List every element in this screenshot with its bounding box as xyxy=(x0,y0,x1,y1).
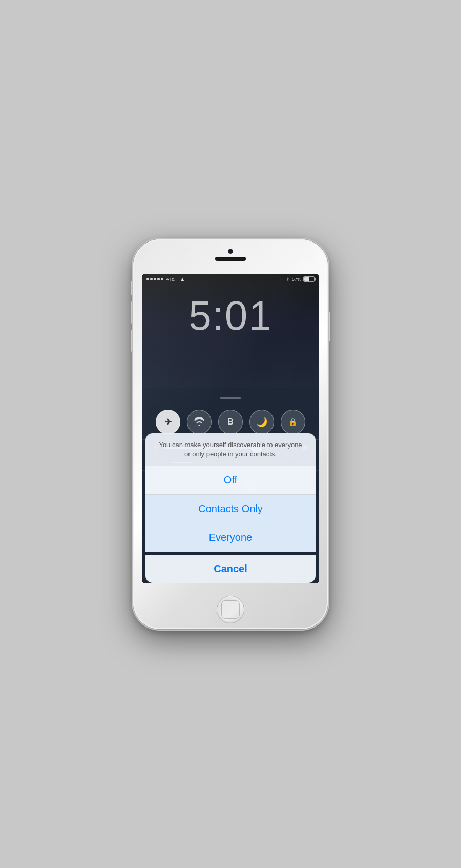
home-button-inner xyxy=(221,600,240,619)
signal-dot xyxy=(157,278,160,280)
airplane-mode-toggle[interactable]: ✈ xyxy=(156,410,180,434)
battery-indicator xyxy=(303,276,315,282)
carrier-label: AT&T xyxy=(166,277,177,282)
volume-down-button[interactable] xyxy=(131,329,133,352)
airdrop-everyone-option[interactable]: Everyone xyxy=(145,523,316,552)
wifi-status-icon: ▲ xyxy=(180,276,185,282)
phone-top xyxy=(215,249,246,261)
battery-percent-label: 57% xyxy=(292,277,301,282)
airdrop-action-sheet: You can make yourself discoverable to ev… xyxy=(142,433,319,582)
rotation-lock-toggle[interactable]: 🔒 xyxy=(281,410,305,434)
control-center-handle xyxy=(142,388,319,403)
signal-bars xyxy=(146,278,163,280)
action-sheet-message: You can make yourself discoverable to ev… xyxy=(145,433,316,466)
volume-up-button[interactable] xyxy=(131,301,133,324)
status-right: ⊕ ✳ 57% xyxy=(280,276,315,282)
status-bar: AT&T ▲ ⊕ ✳ 57% xyxy=(142,274,319,285)
wifi-toggle[interactable] xyxy=(187,410,212,434)
action-sheet-cancel-button[interactable]: Cancel xyxy=(145,555,316,583)
airdrop-off-option[interactable]: Off xyxy=(145,466,316,495)
handle-indicator xyxy=(220,397,241,399)
signal-dot xyxy=(150,278,153,280)
battery-fill xyxy=(304,277,309,281)
bluetooth-status-icon: ✳ xyxy=(286,277,290,282)
phone-device: AT&T ▲ ⊕ ✳ 57% 5:01 ✈ xyxy=(133,239,328,629)
signal-dot xyxy=(161,278,163,280)
power-button[interactable] xyxy=(328,311,330,342)
status-left: AT&T ▲ xyxy=(146,276,185,282)
screen: AT&T ▲ ⊕ ✳ 57% 5:01 ✈ xyxy=(142,274,319,583)
rotation-lock-icon: ⊕ xyxy=(280,277,284,281)
home-button[interactable] xyxy=(217,596,244,623)
time-display: 5:01 xyxy=(142,292,319,339)
camera xyxy=(228,249,233,254)
signal-dot xyxy=(154,278,156,280)
earpiece-speaker xyxy=(215,257,246,261)
action-sheet-main: You can make yourself discoverable to ev… xyxy=(145,433,316,551)
airdrop-contacts-only-option[interactable]: Contacts Only xyxy=(145,495,316,523)
do-not-disturb-toggle[interactable]: 🌙 xyxy=(249,410,274,434)
signal-dot xyxy=(146,278,149,280)
bluetooth-toggle[interactable]: B xyxy=(218,410,243,434)
mute-button[interactable] xyxy=(131,280,133,296)
